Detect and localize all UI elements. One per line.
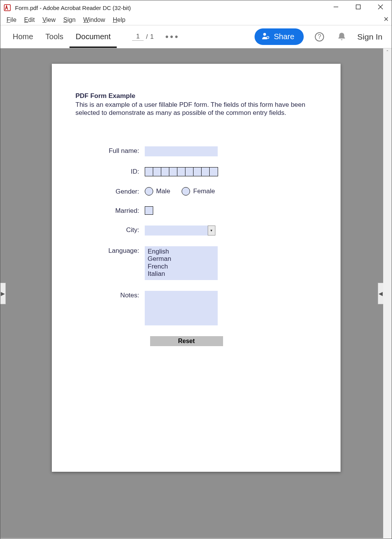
label-notes: Notes: [76,291,145,299]
list-item[interactable]: French [148,263,215,270]
share-icon [261,32,270,42]
svg-rect-2 [356,5,361,9]
id-input[interactable] [145,167,218,176]
right-panel-toggle[interactable]: ◀ [378,283,383,304]
menubar: File Edit View Sign Window Help × [0,15,392,25]
close-button[interactable] [369,0,392,13]
menu-help[interactable]: Help [109,17,129,23]
app-icon [3,4,11,12]
label-city: City: [76,226,145,234]
gender-female-label: Female [193,187,215,195]
page-sep: / [146,33,148,41]
pdf-page: PDF Form Example This is an example of a… [52,64,341,472]
form-description: This is an example of a user fillable PD… [76,101,317,117]
list-item[interactable]: Italian [148,270,215,278]
share-button[interactable]: Share [255,28,303,45]
close-document-button[interactable]: × [384,14,389,24]
label-married: Married: [76,206,145,215]
tab-home[interactable]: Home [7,25,39,48]
city-select[interactable]: ▾ [145,226,215,236]
menu-file[interactable]: File [3,17,20,23]
menu-sign[interactable]: Sign [60,17,79,23]
menu-view[interactable]: View [38,17,59,23]
tab-document[interactable]: Document [69,25,117,48]
language-listbox[interactable]: English German French Italian [145,246,218,280]
notifications-button[interactable] [335,30,348,43]
minimize-button[interactable] [325,0,347,13]
scroll-up-icon[interactable]: ˆ [383,48,392,57]
list-item[interactable]: German [148,255,215,263]
help-button[interactable]: ? [313,30,326,43]
more-tools-button[interactable]: ••• [165,32,179,42]
page-current-input[interactable]: 1 [132,33,144,41]
vertical-scrollbar[interactable]: ˆ [383,48,392,538]
tab-tools[interactable]: Tools [39,25,69,48]
window-title: Form.pdf - Adobe Acrobat Reader DC (32-b… [15,5,131,11]
gender-male-label: Male [156,187,170,195]
maximize-button[interactable] [347,0,369,13]
svg-text:?: ? [318,33,321,40]
toolbar: Home Tools Document 1 / 1 ••• Share ? Si… [0,25,392,48]
menu-edit[interactable]: Edit [20,17,39,23]
chevron-down-icon[interactable]: ▾ [208,226,215,236]
page-total: 1 [150,33,154,41]
label-id: ID: [76,167,145,176]
label-language: Language: [76,246,145,255]
share-label: Share [274,32,294,41]
svg-point-5 [263,33,266,36]
gender-female-radio[interactable] [182,187,190,196]
gender-male-radio[interactable] [145,187,153,196]
window-titlebar: Form.pdf - Adobe Acrobat Reader DC (32-b… [0,0,392,15]
signin-button[interactable]: Sign In [357,32,382,41]
form-title: PDF Form Example [76,92,317,100]
document-viewport: ▶ ◀ ˆ PDF Form Example This is an exampl… [0,48,392,538]
fullname-input[interactable] [145,146,218,156]
label-gender: Gender: [76,187,145,196]
married-checkbox[interactable] [145,206,153,215]
list-item[interactable]: English [148,248,215,255]
window-controls [325,0,392,15]
notes-textarea[interactable] [145,291,218,325]
reset-button[interactable]: Reset [150,336,223,346]
menu-window[interactable]: Window [79,17,109,23]
left-panel-toggle[interactable]: ▶ [0,283,6,304]
page-indicator: 1 / 1 [132,33,154,41]
label-fullname: Full name: [76,146,145,155]
